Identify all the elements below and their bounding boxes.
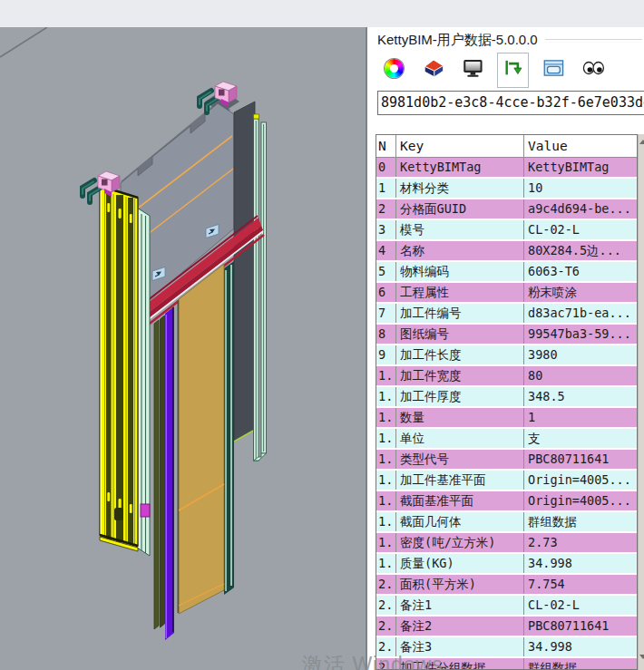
table-row[interactable]: 5物料编码6063-T6 [376,262,637,283]
table-cell-val[interactable]: CL-02-L [524,596,637,615]
table-cell-val[interactable]: 2.73 [524,533,637,552]
table-row[interactable]: 4名称80X284.5边... [376,241,637,262]
table-cell-val[interactable]: 34.998 [524,554,637,573]
table-cell-num[interactable]: 1. [376,387,395,406]
guid-input[interactable]: 8981d0b2-e3c8-4cce-b32f-6e7e033de [377,91,644,115]
table-row[interactable]: 0KettyBIMTagKettyBIMTag [376,158,637,179]
eyes-icon[interactable] [581,55,606,81]
table-cell-num[interactable]: 1. [376,450,395,469]
table-cell-key[interactable]: 加工件长度 [396,345,523,364]
table-cell-num[interactable]: 1. [376,554,395,573]
table-cell-val[interactable]: 7.754 [524,575,637,594]
table-cell-key[interactable]: 类型代号 [396,450,523,469]
table-cell-num[interactable]: 2 [376,199,395,218]
scroll-up-icon[interactable] [639,140,644,144]
table-cell-key[interactable]: 密度(吨/立方米) [396,533,523,552]
table-cell-val[interactable]: 34.998 [524,637,637,656]
table-cell-key[interactable]: 名称 [396,241,523,260]
table-cell-val[interactable]: 粉末喷涂 [524,283,637,302]
table-cell-key[interactable]: 截面基准平面 [396,491,523,510]
table-cell-num[interactable]: 1. [376,429,395,448]
table-row[interactable]: 1.加工件基准平面Origin=4005... [376,471,637,491]
table-cell-key[interactable]: 备注2 [396,617,523,636]
table-cell-key[interactable]: 工程属性 [396,283,523,302]
scroll-down-icon[interactable] [639,655,644,659]
table-cell-val[interactable]: 群组数据 [524,512,637,531]
viewport-3d[interactable] [0,27,366,670]
table-cell-val[interactable]: Origin=4005... [524,491,637,510]
table-cell-key[interactable]: 加工件厚度 [396,387,523,406]
table-cell-num[interactable]: 1. [376,408,395,427]
table-cell-key[interactable]: 材料分类 [396,179,523,198]
table-cell-val[interactable]: 80 [524,366,637,385]
table-cell-num[interactable]: 1 [376,179,395,198]
table-cell-val[interactable]: 80X284.5边... [524,241,637,260]
table-cell-num[interactable]: 3 [376,220,395,239]
table-row[interactable]: 8图纸编号99547ba3-59... [376,325,637,345]
table-row[interactable]: 2.备注2PBC80711641 [376,617,637,637]
table-cell-key[interactable]: 物料编码 [396,262,523,281]
table-row[interactable]: 1.加工件厚度348.5 [376,387,637,408]
table-cell-val[interactable]: 群组数据 [524,658,637,670]
table-cell-num[interactable]: 1. [376,512,395,531]
table-cell-num[interactable]: 1. [376,491,395,510]
table-row[interactable]: 1.质量(KG)34.998 [376,554,637,575]
table-cell-num[interactable]: 1. [376,533,395,552]
export-pipe-icon[interactable] [501,55,526,81]
table-cell-val[interactable]: 支 [524,429,637,448]
table-cell-num[interactable]: 0 [376,158,395,177]
table-cell-val[interactable]: 6063-T6 [524,262,637,281]
table-cell-val[interactable]: d83ac71b-ea... [524,304,637,323]
table-cell-num[interactable]: 7 [376,304,395,323]
table-cell-key[interactable]: 数量 [396,408,523,427]
table-row[interactable]: 1.类型代号PBC80711641 [376,450,637,471]
table-cell-key[interactable]: KettyBIMTag [396,158,523,177]
table-cell-key[interactable]: 模号 [396,220,523,239]
table-cell-key[interactable]: 分格面GUID [396,199,523,218]
table-cell-num[interactable]: 2. [376,617,395,636]
table-row[interactable]: 7加工件编号d83ac71b-ea... [376,304,637,325]
table-cell-num[interactable]: 1. [376,366,395,385]
panel-window-icon[interactable] [541,55,566,81]
table-cell-key[interactable]: 加工件编号 [396,304,523,323]
table-cell-val[interactable]: KettyBIMTag [524,158,637,177]
table-cell-num[interactable]: 1. [376,471,395,490]
table-cell-key[interactable]: 质量(KG) [396,554,523,573]
table-row[interactable]: 1.截面基准平面Origin=4005... [376,491,637,512]
table-row[interactable]: 1.密度(吨/立方米)2.73 [376,533,637,554]
table-cell-num[interactable]: 6 [376,283,395,302]
table-cell-key[interactable]: 面积(平方米) [396,575,523,594]
table-row[interactable]: 2.备注1CL-02-L [376,596,637,617]
table-row[interactable]: 9加工件长度3980 [376,345,637,366]
table-cell-num[interactable]: 9 [376,345,395,364]
table-cell-key[interactable]: 备注1 [396,596,523,615]
table-cell-val[interactable]: 10 [524,179,637,198]
table-cell-num[interactable]: 2. [376,596,395,615]
table-cell-val[interactable]: 3980 [524,345,637,364]
table-row[interactable]: 1.数量1 [376,408,637,429]
table-cell-num[interactable]: 2. [376,575,395,594]
table-row[interactable]: 1.加工件宽度80 [376,366,637,387]
table-row[interactable]: 3模号CL-02-L [376,220,637,241]
monitor-icon[interactable] [460,55,485,81]
table-cell-val[interactable]: Origin=4005... [524,471,637,490]
table-cell-key[interactable]: 加工件基准平面 [396,471,523,490]
table-cell-key[interactable]: 单位 [396,429,523,448]
table-cell-num[interactable]: 4 [376,241,395,260]
table-cell-val[interactable]: PBC80711641 [524,450,637,469]
table-cell-val[interactable]: 99547ba3-59... [524,325,637,344]
table-row[interactable]: 2分格面GUIDa9c4d694-be... [376,199,637,220]
material-wedge-icon[interactable] [421,55,446,81]
table-row[interactable]: 1.单位支 [376,429,637,450]
table-row[interactable]: 2.面积(平方米)7.754 [376,575,637,596]
color-wheel-icon[interactable] [381,55,406,81]
table-cell-val[interactable]: 348.5 [524,387,637,406]
table-cell-key[interactable]: 图纸编号 [396,325,523,344]
table-scrollbar[interactable] [638,134,644,670]
table-cell-num[interactable]: 5 [376,262,395,281]
table-row[interactable]: 1.截面几何体群组数据 [376,512,637,533]
table-cell-val[interactable]: CL-02-L [524,220,637,239]
table-cell-val[interactable]: 1 [524,408,637,427]
table-cell-key[interactable]: 截面几何体 [396,512,523,531]
table-cell-val[interactable]: a9c4d694-be... [524,199,637,218]
